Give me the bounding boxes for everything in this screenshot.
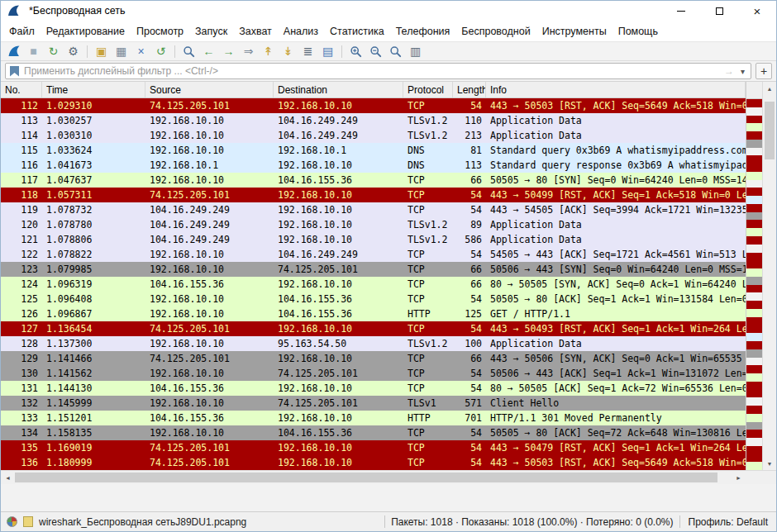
menu-telephony[interactable]: Телефония	[390, 23, 456, 40]
packet-row-134[interactable]: 1341.158135192.168.10.10104.16.155.36TCP…	[1, 425, 746, 440]
go-forward-button[interactable]: →	[219, 43, 238, 59]
packet-row-113[interactable]: 1131.030257192.168.10.10104.16.249.249TL…	[1, 113, 746, 128]
packet-row-112[interactable]: 1121.02931074.125.205.101192.168.10.10TC…	[1, 98, 746, 113]
status-profile[interactable]: Профиль: Default	[686, 516, 771, 528]
find-packet-button[interactable]	[179, 43, 198, 59]
add-filter-button[interactable]: +	[756, 63, 772, 79]
zoom-in-button[interactable]	[346, 43, 365, 59]
filter-expression-dropdown-icon[interactable]: ▾	[739, 67, 746, 76]
cell-destination: 104.16.155.36	[274, 173, 403, 188]
title-bar: *Беспроводная сеть ×	[1, 1, 776, 21]
packet-row-129[interactable]: 1291.14146674.125.205.101192.168.10.10TC…	[1, 351, 746, 366]
column-header-source[interactable]: Source	[145, 82, 274, 97]
capture-options-button[interactable]: ⚙	[64, 43, 83, 59]
packet-row-115[interactable]: 1151.033624192.168.10.10192.168.10.1DNS8…	[1, 143, 746, 158]
open-file-button[interactable]: ▣	[92, 43, 111, 59]
packet-row-126[interactable]: 1261.096867192.168.10.10104.16.155.36HTT…	[1, 306, 746, 321]
filter-apply-icon[interactable]: →	[724, 65, 734, 77]
packet-row-117[interactable]: 1171.047637192.168.10.10104.16.155.36TCP…	[1, 173, 746, 188]
auto-scroll-button[interactable]: ≣	[298, 43, 317, 59]
packet-row-124[interactable]: 1241.096319104.16.155.36192.168.10.10TCP…	[1, 277, 746, 292]
column-header-time[interactable]: Time	[42, 82, 145, 97]
cell-protocol: TCP	[403, 262, 453, 277]
packet-row-121[interactable]: 1211.078806104.16.249.249192.168.10.10TL…	[1, 232, 746, 247]
filter-bookmark-icon[interactable]	[10, 66, 19, 77]
menu-edit[interactable]: Редактирование	[41, 23, 131, 40]
expert-info-icon[interactable]	[7, 516, 17, 527]
reload-file-button[interactable]: ↺	[151, 43, 170, 59]
menu-tools[interactable]: Инструменты	[536, 23, 613, 40]
packet-list[interactable]: 1121.02931074.125.205.101192.168.10.10TC…	[1, 98, 746, 470]
packet-row-119[interactable]: 1191.078732104.16.249.249192.168.10.10TC…	[1, 202, 746, 217]
scroll-right-arrow[interactable]: ►	[732, 471, 746, 484]
cell-info: 443 → 50493 [RST, ACK] Seq=1 Ack=1 Win=2…	[486, 321, 746, 336]
packet-row-118[interactable]: 1181.05731174.125.205.101192.168.10.10TC…	[1, 188, 746, 202]
cell-no: 113	[1, 113, 42, 128]
save-file-button[interactable]: ▦	[112, 43, 131, 59]
horizontal-scrollbar[interactable]: ◄ ►	[1, 471, 746, 484]
display-filter-field[interactable]: → ▾	[5, 63, 751, 79]
start-capture-button[interactable]	[4, 43, 23, 59]
column-header-length[interactable]: Length	[453, 82, 486, 97]
packet-row-133[interactable]: 1331.151201104.16.155.36192.168.10.10HTT…	[1, 411, 746, 425]
packet-row-123[interactable]: 1231.079985192.168.10.1074.125.205.101TC…	[1, 262, 746, 277]
scroll-down-arrow[interactable]: ▼	[763, 457, 776, 470]
menu-help[interactable]: Помощь	[613, 23, 664, 40]
menu-statistics[interactable]: Статистика	[324, 23, 390, 40]
colorize-packets-button[interactable]: ▤	[318, 43, 337, 59]
cell-no: 134	[1, 425, 42, 440]
resize-columns-button[interactable]: ▥	[406, 43, 425, 59]
close-file-button[interactable]: ×	[131, 43, 150, 59]
go-last-button[interactable]: ↡	[279, 43, 298, 59]
scroll-up-arrow[interactable]: ▲	[763, 82, 776, 95]
menu-capture[interactable]: Захват	[233, 23, 278, 40]
go-to-packet-button[interactable]: ⇒	[239, 43, 258, 59]
stop-capture-button[interactable]: ■	[24, 43, 43, 59]
menu-go[interactable]: Запуск	[189, 23, 233, 40]
go-back-button[interactable]: ←	[199, 43, 218, 59]
packet-row-136[interactable]: 1361.18099974.125.205.101192.168.10.10TC…	[1, 455, 746, 470]
packet-row-122[interactable]: 1221.078822192.168.10.10104.16.249.249TC…	[1, 247, 746, 262]
menu-analyze[interactable]: Анализ	[278, 23, 324, 40]
capture-comment-icon[interactable]	[23, 516, 33, 527]
go-first-button[interactable]: ↟	[259, 43, 278, 59]
column-header-destination[interactable]: Destination	[274, 82, 403, 97]
zoom-original-button[interactable]	[386, 43, 405, 59]
window-maximize-button[interactable]	[700, 1, 738, 21]
packet-row-135[interactable]: 1351.16901974.125.205.101192.168.10.10TC…	[1, 440, 746, 455]
window-minimize-button[interactable]	[662, 1, 700, 21]
cell-time: 1.078822	[42, 247, 145, 262]
packet-row-120[interactable]: 1201.078780104.16.249.249192.168.10.10TL…	[1, 217, 746, 232]
packet-row-128[interactable]: 1281.137300192.168.10.1095.163.54.50TLSv…	[1, 336, 746, 351]
packet-row-130[interactable]: 1301.141562192.168.10.1074.125.205.101TC…	[1, 366, 746, 381]
cell-source: 192.168.10.10	[145, 173, 274, 188]
vertical-scrollbar[interactable]: ▲ ▼	[762, 82, 776, 470]
packet-row-131[interactable]: 1311.144130104.16.155.36192.168.10.10TCP…	[1, 381, 746, 396]
cell-time: 1.158135	[42, 425, 145, 440]
vertical-scrollbar-thumb[interactable]	[765, 102, 775, 159]
packet-row-132[interactable]: 1321.145999192.168.10.1074.125.205.101TL…	[1, 396, 746, 411]
packet-row-114[interactable]: 1141.030310192.168.10.10104.16.249.249TL…	[1, 128, 746, 143]
packet-row-125[interactable]: 1251.096408192.168.10.10104.16.155.36TCP…	[1, 292, 746, 306]
window-close-button[interactable]: ×	[738, 1, 776, 21]
horizontal-scrollbar-thumb[interactable]	[15, 473, 717, 482]
zoom-out-button[interactable]	[366, 43, 385, 59]
scroll-left-arrow[interactable]: ◄	[1, 471, 15, 484]
menu-wireless[interactable]: Беспроводной	[455, 23, 536, 40]
cell-time: 1.029310	[42, 98, 145, 113]
column-header-no[interactable]: No.	[1, 82, 42, 97]
restart-capture-button[interactable]: ↻	[44, 43, 63, 59]
cell-destination: 192.168.10.10	[274, 411, 403, 425]
packet-row-127[interactable]: 1271.13645474.125.205.101192.168.10.10TC…	[1, 321, 746, 336]
cell-time: 1.151201	[42, 411, 145, 425]
packet-row-116[interactable]: 1161.041673192.168.10.1192.168.10.10DNS1…	[1, 158, 746, 173]
menu-view[interactable]: Просмотр	[131, 23, 189, 40]
column-header-info[interactable]: Info	[486, 82, 746, 97]
display-filter-input[interactable]	[24, 65, 719, 77]
packet-table: No.TimeSourceDestinationProtocolLengthIn…	[1, 82, 746, 470]
menu-file[interactable]: Файл	[3, 23, 41, 40]
column-header-protocol[interactable]: Protocol	[403, 82, 453, 97]
minimap-stripe	[746, 116, 762, 124]
horizontal-scrollbar-row: ◄ ►	[1, 470, 776, 484]
packet-minimap[interactable]	[746, 82, 762, 470]
